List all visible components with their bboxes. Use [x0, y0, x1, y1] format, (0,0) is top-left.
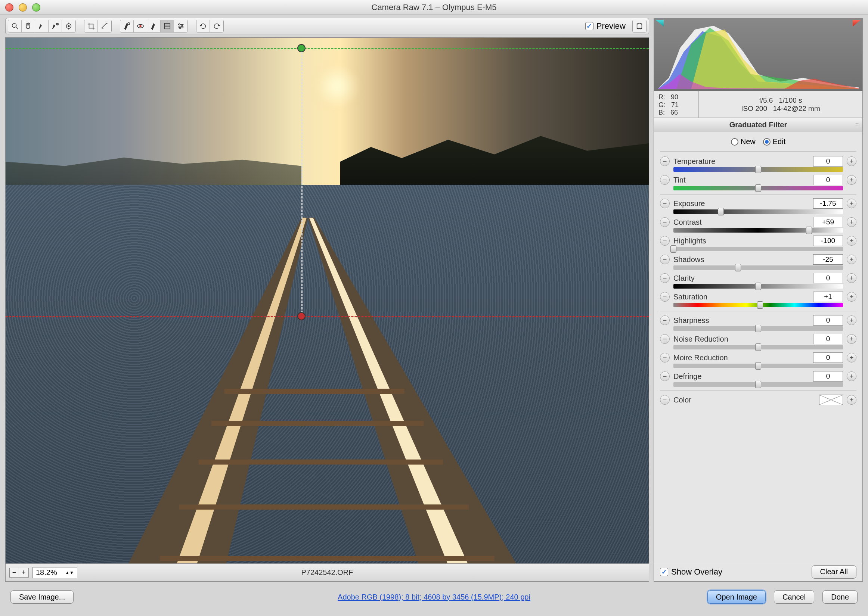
- workflow-options-link[interactable]: Adobe RGB (1998); 8 bit; 4608 by 3456 (1…: [0, 592, 868, 602]
- spot-removal-tool[interactable]: [120, 20, 134, 32]
- highlights-value[interactable]: -100: [813, 236, 843, 246]
- clarity-label: Clarity: [673, 274, 809, 283]
- hand-tool[interactable]: [22, 20, 35, 32]
- clarity-minus-button[interactable]: −: [660, 273, 670, 283]
- saturation-minus-button[interactable]: −: [660, 292, 670, 302]
- svg-point-6: [68, 25, 69, 27]
- moire-label: Moire Reduction: [673, 354, 809, 362]
- sharpness-minus-button[interactable]: −: [660, 316, 670, 325]
- graduated-filter-tool[interactable]: [160, 20, 174, 32]
- shadows-minus-button[interactable]: −: [660, 255, 670, 264]
- exposure-slider[interactable]: [673, 209, 843, 214]
- shadows-slider[interactable]: [673, 266, 843, 270]
- preview-checkbox[interactable]: ✓ Preview: [585, 21, 626, 31]
- noise-slider[interactable]: [673, 345, 843, 349]
- rotate-cw-tool[interactable]: [210, 20, 223, 32]
- noise-plus-button[interactable]: +: [847, 334, 856, 344]
- show-overlay-checkbox[interactable]: ✓ Show Overlay: [660, 567, 722, 577]
- exposure-plus-button[interactable]: +: [847, 199, 856, 208]
- moire-value[interactable]: 0: [813, 352, 843, 363]
- gradient-center-line[interactable]: [301, 48, 302, 316]
- svg-point-19: [181, 25, 183, 27]
- zoom-tool[interactable]: [8, 20, 22, 32]
- shadows-label: Shadows: [673, 255, 809, 264]
- gradient-end-handle[interactable]: [297, 312, 305, 320]
- exposure-info: f/5.6 1/100 s ISO 200 14-42@22 mm: [699, 91, 862, 118]
- defringe-slider[interactable]: [673, 382, 843, 387]
- gradient-top-line[interactable]: [6, 48, 649, 49]
- saturation-value[interactable]: +1: [813, 292, 843, 302]
- color-label: Color: [673, 396, 815, 404]
- filename-label: P7242542.ORF: [6, 568, 649, 577]
- sharpness-value[interactable]: 0: [813, 315, 843, 325]
- color-plus-button[interactable]: +: [847, 395, 856, 405]
- titlebar: Camera Raw 7.1 – Olympus E-M5: [0, 0, 868, 15]
- shadows-value[interactable]: -25: [813, 254, 843, 265]
- highlights-minus-button[interactable]: −: [660, 236, 670, 246]
- moire-slider[interactable]: [673, 364, 843, 368]
- svg-line-1: [16, 27, 18, 30]
- image-preview[interactable]: [5, 37, 649, 564]
- preferences-tool[interactable]: [174, 20, 187, 32]
- exposure-minus-button[interactable]: −: [660, 199, 670, 208]
- adjustment-brush-tool[interactable]: [147, 20, 160, 32]
- sharpness-slider[interactable]: [673, 326, 843, 331]
- crop-tool[interactable]: [84, 20, 98, 32]
- clarity-slider[interactable]: [673, 284, 843, 289]
- straighten-tool[interactable]: [98, 20, 111, 32]
- defringe-value[interactable]: 0: [813, 371, 843, 382]
- mode-edit-radio[interactable]: Edit: [763, 137, 785, 146]
- saturation-slider[interactable]: [673, 303, 843, 307]
- temperature-value[interactable]: 0: [813, 156, 843, 167]
- color-sampler-tool[interactable]: [49, 20, 62, 32]
- highlights-plus-button[interactable]: +: [847, 236, 856, 246]
- white-balance-tool[interactable]: [35, 20, 49, 32]
- dialog-footer: Save Image... Adobe RGB (1998); 8 bit; 4…: [0, 581, 868, 612]
- contrast-slider[interactable]: [673, 228, 843, 233]
- gradient-start-handle[interactable]: [297, 44, 305, 52]
- defringe-plus-button[interactable]: +: [847, 371, 856, 381]
- clear-all-button[interactable]: Clear All: [811, 565, 856, 579]
- tint-plus-button[interactable]: +: [847, 175, 856, 185]
- moire-minus-button[interactable]: −: [660, 353, 670, 363]
- highlights-label: Highlights: [673, 237, 809, 245]
- rgb-readout: R: 90 G: 71 B: 66: [654, 91, 699, 118]
- tint-slider[interactable]: [673, 186, 843, 190]
- gradient-bottom-line[interactable]: [6, 316, 649, 317]
- exposure-value[interactable]: -1.75: [813, 198, 843, 209]
- noise-minus-button[interactable]: −: [660, 334, 670, 344]
- histogram[interactable]: [654, 18, 863, 91]
- svg-rect-12: [164, 24, 170, 29]
- highlights-slider[interactable]: [673, 247, 843, 251]
- sharpness-plus-button[interactable]: +: [847, 316, 856, 325]
- noise-value[interactable]: 0: [813, 334, 843, 344]
- shadows-plus-button[interactable]: +: [847, 255, 856, 264]
- moire-plus-button[interactable]: +: [847, 353, 856, 363]
- metadata-row: R: 90 G: 71 B: 66 f/5.6 1/100 s ISO 200 …: [654, 91, 863, 118]
- sharpness-label: Sharpness: [673, 316, 809, 325]
- panel-footer: ✓ Show Overlay Clear All: [654, 562, 863, 581]
- color-swatch[interactable]: [819, 394, 843, 405]
- clarity-plus-button[interactable]: +: [847, 273, 856, 283]
- temperature-plus-button[interactable]: +: [847, 156, 856, 166]
- temperature-slider[interactable]: [673, 167, 843, 172]
- rotate-ccw-tool[interactable]: [197, 20, 210, 32]
- tint-value[interactable]: 0: [813, 175, 843, 185]
- targeted-adjustment-tool[interactable]: [62, 20, 75, 32]
- svg-rect-21: [637, 24, 642, 29]
- mode-new-radio[interactable]: New: [731, 137, 756, 146]
- saturation-plus-button[interactable]: +: [847, 292, 856, 302]
- svg-point-11: [139, 25, 142, 27]
- tint-minus-button[interactable]: −: [660, 175, 670, 185]
- graduated-filter-panel: New Edit −Temperature0+−Tint0+−Exposure-…: [654, 132, 863, 562]
- contrast-minus-button[interactable]: −: [660, 217, 670, 227]
- temperature-minus-button[interactable]: −: [660, 156, 670, 166]
- panel-menu-icon[interactable]: ≡: [855, 122, 859, 129]
- defringe-minus-button[interactable]: −: [660, 371, 670, 381]
- contrast-plus-button[interactable]: +: [847, 217, 856, 227]
- color-minus-button[interactable]: −: [660, 395, 670, 405]
- contrast-value[interactable]: +59: [813, 217, 843, 227]
- red-eye-tool[interactable]: [134, 20, 147, 32]
- fullscreen-toggle[interactable]: [633, 20, 646, 32]
- clarity-value[interactable]: 0: [813, 273, 843, 283]
